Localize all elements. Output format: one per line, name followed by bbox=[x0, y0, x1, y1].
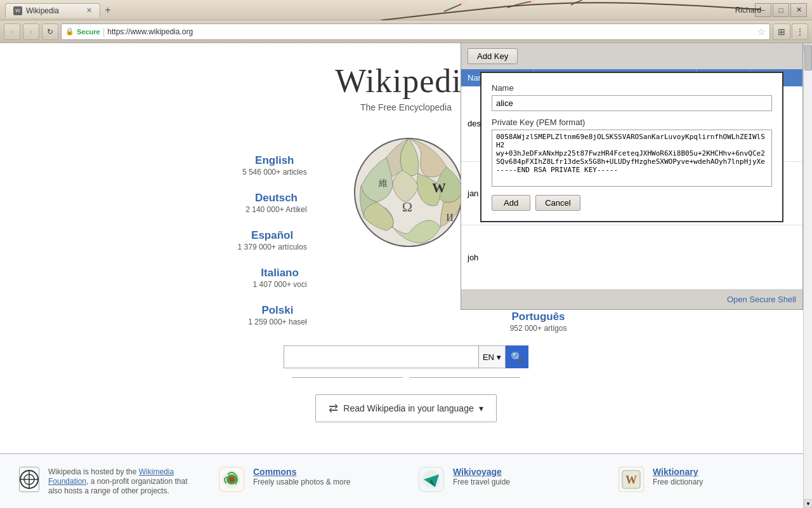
footer-commons: Commons Freely usable photos & more bbox=[219, 467, 393, 495]
footer-wiktionary: W Wiktionary Free dictionary bbox=[619, 467, 793, 495]
wiktionary-logo: W bbox=[621, 469, 641, 490]
url-protocol: https:// bbox=[107, 27, 130, 36]
row-blob-joh bbox=[750, 225, 802, 290]
wiktionary-link[interactable]: Wiktionary bbox=[653, 467, 703, 477]
row-type-joh bbox=[696, 225, 750, 290]
wikivoyage-link[interactable]: Wikivoyage bbox=[453, 467, 510, 477]
svg-text:維: 維 bbox=[378, 178, 388, 188]
url-domain: www.wikipedia.org bbox=[130, 27, 193, 36]
user-name: Richard bbox=[735, 0, 761, 20]
language-selector[interactable]: EN ▾ bbox=[478, 346, 505, 368]
address-divider: | bbox=[103, 27, 105, 37]
back-btn[interactable]: ‹ bbox=[4, 23, 20, 40]
pem-field-label: Private Key (PEM format) bbox=[492, 117, 772, 127]
left-languages: English 5 546 000+ articles Deutsch 2 14… bbox=[238, 154, 307, 333]
row-name-joh: joh bbox=[461, 225, 534, 290]
browser-tab[interactable]: W Wikipedia ✕ bbox=[5, 3, 100, 18]
wikipedia-logo-title: Wikipedia bbox=[335, 62, 477, 100]
svg-text:Ω: Ω bbox=[402, 199, 412, 215]
commons-link[interactable]: Commons bbox=[253, 467, 350, 477]
footer-wikimedia-text: Wikipedia is hosted by the Wikimedia Fou… bbox=[48, 467, 193, 495]
lang-select-value: EN bbox=[483, 352, 494, 362]
dialog-buttons: Add Cancel bbox=[492, 195, 772, 211]
lang-english[interactable]: English 5 546 000+ articles bbox=[242, 154, 307, 177]
nav-right-buttons: ⊞ ⋮ bbox=[773, 23, 808, 40]
ssh-panel: Add Key Name Controls Type Blob desktop … bbox=[461, 43, 803, 310]
commons-icon bbox=[219, 467, 244, 492]
dialog-add-button[interactable]: Add bbox=[492, 195, 530, 211]
translate-icon: ⇄ bbox=[329, 401, 338, 415]
lock-icon: 🔒 bbox=[65, 27, 74, 36]
tab-close-btn[interactable]: ✕ bbox=[86, 6, 92, 15]
lang-select-chevron: ▾ bbox=[497, 352, 501, 362]
address-text: https://www.wikipedia.org bbox=[107, 27, 755, 36]
wikimedia-foundation-link[interactable]: Wikimedia Foundation bbox=[48, 467, 174, 486]
footer-commons-text: Commons Freely usable photos & more bbox=[253, 467, 350, 486]
wikivoyage-icon bbox=[419, 467, 444, 492]
lang-espanol[interactable]: Español 1 379 000+ artículos bbox=[238, 229, 307, 251]
name-field-label: Name bbox=[492, 83, 772, 93]
read-wiki-button[interactable]: ⇄ Read Wikipedia in your language ▾ bbox=[315, 394, 496, 422]
refresh-btn[interactable]: ↻ bbox=[42, 23, 58, 40]
add-key-dialog: Name Private Key (PEM format) 0058AWjzlS… bbox=[480, 72, 783, 222]
lang-italiano[interactable]: Italiano 1 407 000+ voci bbox=[253, 267, 307, 289]
wiktionary-icon: W bbox=[619, 467, 644, 492]
window-controls: − □ ✕ bbox=[755, 3, 807, 17]
tab-title: Wikipedia bbox=[26, 6, 59, 15]
row-controls-joh bbox=[534, 225, 696, 290]
pem-textarea[interactable]: 0058AWjzlSMEPLZltnm69e8jOLSKSSVAROSanKar… bbox=[492, 130, 772, 187]
ssh-toolbar: Add Key bbox=[461, 43, 802, 69]
bookmark-btn[interactable]: ☆ bbox=[757, 27, 766, 37]
svg-point-4 bbox=[530, 0, 532, 1]
wiktionary-desc: Free dictionary bbox=[653, 478, 703, 486]
lang-deutsch[interactable]: Deutsch 2 140 000+ Artikel bbox=[246, 192, 306, 214]
forward-btn[interactable]: › bbox=[23, 23, 39, 40]
read-wiki-chevron: ▾ bbox=[479, 403, 483, 413]
wikipedia-tagline: The Free Encyclopedia bbox=[360, 102, 452, 112]
table-row: joh bbox=[461, 225, 802, 290]
close-btn[interactable]: ✕ bbox=[790, 3, 807, 17]
wikimedia-icon bbox=[19, 467, 39, 492]
footer-wikivoyage: Wikivoyage Free travel guide bbox=[419, 467, 593, 495]
wikivoyage-logo bbox=[421, 469, 442, 490]
svg-point-22 bbox=[229, 477, 234, 482]
dialog-cancel-button[interactable]: Cancel bbox=[535, 195, 580, 211]
add-key-button[interactable]: Add Key bbox=[468, 48, 518, 64]
svg-point-5 bbox=[534, 0, 536, 1]
maximize-btn[interactable]: □ bbox=[773, 3, 789, 17]
svg-text:И: И bbox=[446, 212, 454, 223]
separator-area bbox=[292, 377, 520, 378]
page-content: Wikipedia The Free Encyclopedia English … bbox=[0, 43, 812, 508]
svg-text:W: W bbox=[625, 474, 637, 486]
search-input[interactable] bbox=[284, 346, 478, 368]
separator-left bbox=[292, 377, 403, 378]
search-input-wrap: EN ▾ bbox=[284, 345, 506, 368]
secure-label: Secure bbox=[77, 28, 100, 36]
extensions-btn[interactable]: ⊞ bbox=[773, 23, 790, 40]
read-wiki-label: Read Wikipedia in your language bbox=[343, 403, 473, 413]
footer-wiktionary-text: Wiktionary Free dictionary bbox=[653, 467, 703, 486]
wikivoyage-desc: Free travel guide bbox=[453, 478, 510, 486]
address-bar[interactable]: 🔒 Secure | https://www.wikipedia.org ☆ bbox=[61, 23, 770, 40]
wikimedia-logo bbox=[20, 470, 39, 489]
lang-portuguese[interactable]: Português 952 000+ artigos bbox=[510, 311, 567, 333]
new-tab-btn[interactable]: + bbox=[100, 3, 115, 18]
scrollbar: ▲ ▼ bbox=[803, 43, 812, 508]
browser-navbar: ‹ › ↻ 🔒 Secure | https://www.wikipedia.o… bbox=[0, 20, 812, 43]
commons-logo bbox=[221, 469, 242, 490]
browser-titlebar: W Wikipedia ✕ + Richard − □ ✕ bbox=[0, 0, 812, 20]
wiki-footer: Wikipedia is hosted by the Wikimedia Fou… bbox=[0, 453, 812, 508]
name-input[interactable] bbox=[492, 95, 772, 111]
open-secure-shell-link[interactable]: Open Secure Shell bbox=[727, 295, 796, 304]
footer-wikimedia-desc: Wikipedia is hosted by the Wikimedia Fou… bbox=[48, 467, 187, 495]
scroll-down-btn[interactable]: ▼ bbox=[804, 499, 812, 508]
search-area: EN ▾ 🔍 bbox=[284, 345, 528, 368]
menu-btn[interactable]: ⋮ bbox=[792, 23, 808, 40]
footer-wikimedia: Wikipedia is hosted by the Wikimedia Fou… bbox=[19, 467, 193, 495]
scrollbar-thumb[interactable] bbox=[804, 45, 812, 70]
ssh-footer: Open Secure Shell bbox=[461, 290, 802, 309]
lang-polski[interactable]: Polski 1 259 000+ haseł bbox=[248, 304, 306, 326]
search-button[interactable]: 🔍 bbox=[506, 345, 528, 368]
wikipedia-globe: Ω 維 W И bbox=[345, 129, 472, 256]
globe-svg: Ω 維 W И bbox=[351, 135, 466, 250]
